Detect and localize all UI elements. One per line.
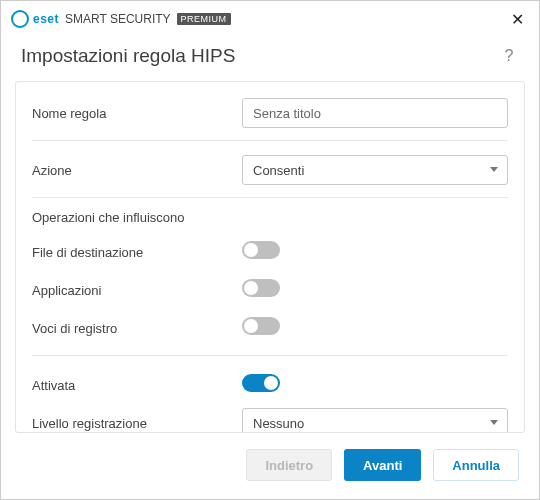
page-title: Impostazioni regola HIPS (21, 45, 235, 67)
ops-section-title: Operazioni che influiscono (32, 210, 508, 225)
row-registry: Voci di registro (32, 311, 508, 345)
next-button[interactable]: Avanti (344, 449, 421, 481)
action-select[interactable]: Consenti (242, 155, 508, 185)
target-files-label: File di destinazione (32, 245, 242, 260)
enabled-label: Attivata (32, 378, 242, 393)
titlebar: eset SMART SECURITY PREMIUM ✕ (1, 1, 539, 35)
brand-logo: eset (11, 10, 59, 28)
help-icon: ? (505, 47, 514, 64)
row-enabled: Attivata (32, 368, 508, 402)
divider (32, 140, 508, 141)
log-level-select-wrap: Nessuno (242, 408, 508, 433)
next-button-label: Avanti (363, 458, 402, 473)
row-rule-name: Nome regola (32, 96, 508, 130)
row-target-files: File di destinazione (32, 235, 508, 269)
registry-label: Voci di registro (32, 321, 242, 336)
apps-label: Applicazioni (32, 283, 242, 298)
help-button[interactable]: ? (499, 47, 519, 65)
divider (32, 197, 508, 198)
log-level-select[interactable]: Nessuno (242, 408, 508, 433)
dialog-header: Impostazioni regola HIPS ? (1, 35, 539, 81)
apps-toggle[interactable] (242, 279, 280, 297)
row-apps: Applicazioni (32, 273, 508, 307)
registry-toggle[interactable] (242, 317, 280, 335)
rule-name-input[interactable] (242, 98, 508, 128)
brand-name: eset (33, 12, 59, 26)
divider (32, 355, 508, 356)
brand-edition-badge: PREMIUM (177, 13, 231, 25)
settings-panel: Nome regola Azione Consenti Operazioni c… (15, 81, 525, 433)
back-button: Indietro (246, 449, 332, 481)
close-icon: ✕ (511, 10, 524, 29)
close-button[interactable]: ✕ (505, 7, 529, 31)
rule-name-label: Nome regola (32, 106, 242, 121)
action-select-wrap: Consenti (242, 155, 508, 185)
cancel-button-label: Annulla (452, 458, 500, 473)
row-action: Azione Consenti (32, 153, 508, 187)
enabled-toggle[interactable] (242, 374, 280, 392)
back-button-label: Indietro (265, 458, 313, 473)
target-files-toggle[interactable] (242, 241, 280, 259)
brand-product: SMART SECURITY (65, 12, 171, 26)
row-log-level: Livello registrazione Nessuno (32, 406, 508, 433)
dialog-footer: Indietro Avanti Annulla (1, 433, 539, 499)
dialog-window: eset SMART SECURITY PREMIUM ✕ Impostazio… (0, 0, 540, 500)
cancel-button[interactable]: Annulla (433, 449, 519, 481)
log-level-label: Livello registrazione (32, 416, 242, 431)
action-label: Azione (32, 163, 242, 178)
